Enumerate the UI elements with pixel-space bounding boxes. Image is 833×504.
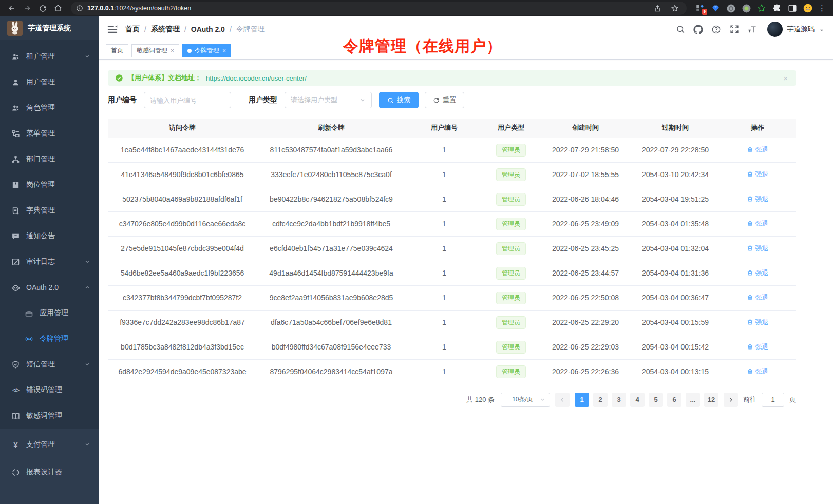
tag-3[interactable]: 令牌管理× [182,44,231,57]
page-button-12[interactable]: 12 [704,393,718,407]
force-logout-button[interactable]: 强退 [747,195,769,204]
pagination: 共 120 条 10条/页 123456...12 前往 页 [108,393,796,407]
breadcrumb-item[interactable]: 首页 [125,25,140,34]
browser-home-icon[interactable] [51,2,65,15]
bookmark-star-icon[interactable] [668,2,681,15]
trash-icon [747,220,753,227]
help-icon[interactable] [711,25,721,34]
trash-icon [747,294,753,301]
force-logout-button[interactable]: 强退 [747,145,769,154]
address-bar[interactable]: 127.0.0.1:1024/system/oauth2/token [71,2,687,15]
force-logout-button[interactable]: 强退 [747,342,769,352]
force-logout-button[interactable]: 强退 [747,268,769,278]
page-button-3[interactable]: 3 [612,393,626,407]
page-button-6[interactable]: 6 [667,393,681,407]
sidebar-item-6[interactable]: 岗位管理 [0,172,99,198]
browser-forward-icon[interactable] [21,2,34,15]
breadcrumb-separator: / [230,25,232,33]
table-row: 1ea5e44f8bc1467aaede43144f31de76811c5304… [108,138,796,162]
sidebar-item-14[interactable]: </>错误码管理 [0,377,99,403]
chevron-down-icon [540,397,545,402]
page-button-1[interactable]: 1 [575,393,589,407]
site-info-icon[interactable] [76,5,83,12]
sidebar-item-11[interactable]: 应用管理 [0,300,99,326]
puzzle-extensions-icon[interactable] [772,3,782,13]
role-icon [11,104,20,112]
table-row: 41c41346a548490f9dc8b01c6bfe0865333ecfc7… [108,162,796,187]
more-pages-button[interactable]: ... [686,393,700,407]
force-logout-button[interactable]: 强退 [747,367,769,376]
sidebar-item-16[interactable]: ¥支付管理 [0,431,99,458]
refresh-token: cdfc4ce9c2da4bb1bdf21b9918ff4be5 [257,211,406,236]
sidebar-item-4[interactable]: 菜单管理 [0,121,99,146]
recorder-extension-icon[interactable] [741,3,751,13]
gem-extension-icon[interactable] [710,3,721,13]
user-menu[interactable]: 芋道源码 [767,22,825,37]
search-icon[interactable] [675,25,685,34]
page-button-2[interactable]: 2 [593,393,608,407]
sidebar-item-3[interactable]: 角色管理 [0,95,99,121]
page-button-5[interactable]: 5 [649,393,663,407]
table-row: 502375b8040a469a9b82188afdf6af1fbe90422b… [108,187,796,211]
force-logout-button[interactable]: 强退 [747,170,769,179]
share-icon[interactable] [651,2,664,15]
breadcrumb-item[interactable]: 系统管理 [151,25,180,34]
sidebar-item-1[interactable]: 租户管理 [0,44,99,69]
access-token: 275e5de9151045fe87cbdc395e004f4d [108,236,257,261]
sidebar-item-9[interactable]: 审计日志 [0,249,99,275]
tag-2[interactable]: 敏感词管理× [131,44,179,57]
alert-doc-link[interactable]: https://doc.iocoder.cn/user-center/ [206,74,307,82]
close-icon[interactable]: × [222,47,226,54]
github-icon[interactable] [693,25,703,34]
sidebar-item-7[interactable]: 字典管理 [0,198,99,223]
force-logout-button[interactable]: 强退 [747,244,769,253]
sidebar-menu: 租户管理用户管理角色管理菜单管理部门管理岗位管理字典管理通知公告审计日志OAut… [0,40,99,429]
user-id-input[interactable] [144,92,231,108]
fullscreen-icon[interactable] [729,25,739,34]
star-extension-icon[interactable] [756,3,767,13]
side-panel-icon[interactable] [787,3,798,13]
font-size-icon[interactable] [747,25,757,34]
reset-button[interactable]: 重置 [425,92,464,108]
force-logout-button[interactable]: 强退 [747,293,769,302]
next-page-button[interactable] [724,393,738,407]
app-logo[interactable]: 芋道管理系统 [0,16,99,40]
sms-icon [11,360,20,369]
prev-page-button[interactable] [555,393,570,407]
browser-reload-icon[interactable] [36,2,49,15]
expire-time: 2054-03-04 00:36:47 [632,285,719,310]
goto-page-input[interactable] [762,393,784,407]
sidebar-item-12[interactable]: A令牌管理 [0,326,99,352]
alert-close-icon[interactable]: × [783,74,788,82]
page-button-4[interactable]: 4 [630,393,645,407]
refresh-token: b0df4980ffd34c67a08f9156e4eee733 [257,335,406,359]
browser-menu-icon[interactable]: ⋮ [818,4,826,13]
sidebar-item-2[interactable]: 用户管理 [0,69,99,95]
user-type-badge: 管理员 [496,218,526,230]
search-button[interactable]: 搜索 [379,92,419,108]
force-logout-button[interactable]: 强退 [747,318,769,327]
profile-avatar-icon[interactable] [803,3,813,13]
sidebar-item-13[interactable]: 短信管理 [0,352,99,377]
user-type-select[interactable]: 请选择用户类型 [285,92,372,108]
sidebar-item-15[interactable]: 敏感词管理 [0,403,99,429]
collapse-sidebar-icon[interactable] [107,24,118,35]
extension-grid-icon[interactable]: 9 [695,3,705,13]
tag-1[interactable]: 首页 [106,44,128,57]
sidebar-item-17[interactable]: 报表设计器 [0,458,99,486]
sidebar-item-5[interactable]: 部门管理 [0,146,99,172]
sidebar-item-8[interactable]: 通知公告 [0,223,99,249]
expire-time: 2054-03-04 01:31:36 [632,261,719,285]
close-icon[interactable]: × [171,47,174,54]
chevron-down-icon [359,97,366,103]
badge-icon [11,181,20,189]
expire-time: 2054-03-04 00:13:15 [632,359,719,384]
sidebar-item-10[interactable]: OAuth 2.0 [0,275,99,300]
force-logout-button[interactable]: 强退 [747,219,769,228]
browser-back-icon[interactable] [5,2,18,15]
breadcrumb-item[interactable]: OAuth 2.0 [191,25,225,33]
command-extension-icon[interactable] [726,3,736,13]
page-size-select[interactable]: 10条/页 [501,393,550,407]
active-dot [187,49,192,53]
trash-icon [747,171,753,178]
